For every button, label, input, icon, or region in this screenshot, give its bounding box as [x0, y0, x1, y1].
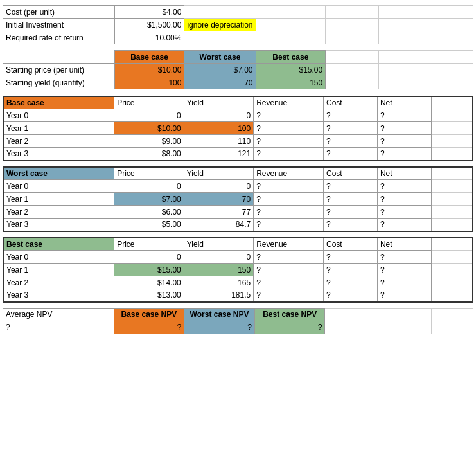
worst-year1-cost[interactable]: ? [324, 193, 378, 206]
best-year0-revenue[interactable]: ? [254, 251, 324, 264]
best-year1-yield[interactable]: 150 [184, 264, 253, 276]
rate-value[interactable]: 10.00% [114, 31, 184, 44]
best-year3-yield[interactable]: 181.5 [184, 289, 253, 302]
worst-year0-price[interactable]: 0 [114, 180, 184, 193]
investment-value[interactable]: $1,500.00 [114, 19, 184, 31]
best-revenue-col-header: Revenue [254, 238, 324, 251]
input-row-cost: Cost (per unit) $4.00 [3, 6, 473, 19]
best-year3-net[interactable]: ? [377, 289, 431, 302]
base-year3-price[interactable]: $8.00 [114, 148, 184, 161]
worst-year3-label: Year 3 [3, 219, 114, 231]
base-year2-revenue[interactable]: ? [254, 135, 324, 148]
best-year2-revenue[interactable]: ? [254, 276, 324, 289]
best-year3-price[interactable]: $13.00 [114, 289, 184, 302]
best-year1-revenue[interactable]: ? [254, 264, 324, 276]
worst-year1-revenue[interactable]: ? [254, 193, 324, 206]
best-year2-net[interactable]: ? [377, 276, 431, 289]
base-year3-label: Year 3 [3, 148, 114, 161]
worst-year2-cost[interactable]: ? [324, 206, 378, 219]
base-year0-cost[interactable]: ? [324, 109, 378, 122]
price-best[interactable]: $15.00 [256, 64, 326, 76]
best-year1-label: Year 1 [3, 264, 114, 276]
worst-year3-yield[interactable]: 84.7 [184, 219, 253, 231]
base-year0-revenue[interactable]: ? [254, 109, 324, 122]
base-year0-yield[interactable]: 0 [184, 109, 253, 122]
base-year3-cost[interactable]: ? [324, 148, 378, 161]
worst-year3-row: Year 3 $5.00 84.7 ? ? ? [3, 219, 473, 231]
best-year0-net[interactable]: ? [377, 251, 431, 264]
best-year0-row: Year 0 0 0 ? ? ? [3, 251, 473, 264]
base-year2-row: Year 2 $9.00 110 ? ? ? [3, 135, 473, 148]
worst-year1-yield[interactable]: 70 [184, 193, 253, 206]
best-year1-net[interactable]: ? [377, 264, 431, 276]
base-year1-cost[interactable]: ? [324, 122, 378, 135]
cost-value[interactable]: $4.00 [114, 6, 184, 19]
base-year1-yield[interactable]: 100 [184, 122, 253, 135]
base-npv-value[interactable]: ? [114, 321, 184, 334]
worst-year0-net[interactable]: ? [377, 180, 431, 193]
base-year3-row: Year 3 $8.00 121 ? ? ? [3, 148, 473, 161]
best-year0-label: Year 0 [3, 251, 114, 264]
best-year3-revenue[interactable]: ? [254, 289, 324, 302]
yield-label: Starting yield (quantity) [3, 76, 115, 89]
average-npv-label: Average NPV [3, 308, 114, 321]
best-year1-cost[interactable]: ? [324, 264, 378, 276]
worst-year2-net[interactable]: ? [377, 206, 431, 219]
worst-year0-cost[interactable]: ? [324, 180, 378, 193]
base-year2-net[interactable]: ? [377, 135, 431, 148]
best-year3-cost[interactable]: ? [324, 289, 378, 302]
best-year0-yield[interactable]: 0 [184, 251, 253, 264]
worst-year0-revenue[interactable]: ? [254, 180, 324, 193]
best-year2-label: Year 2 [3, 276, 114, 289]
base-year2-cost[interactable]: ? [324, 135, 378, 148]
best-year2-cost[interactable]: ? [324, 276, 378, 289]
base-year0-net[interactable]: ? [377, 109, 431, 122]
base-year3-yield[interactable]: 121 [184, 148, 253, 161]
best-year0-cost[interactable]: ? [324, 251, 378, 264]
investment-label: Initial Investment [3, 19, 115, 31]
worst-year1-row: Year 1 $7.00 70 ? ? ? [3, 193, 473, 206]
best-year2-price[interactable]: $14.00 [114, 276, 184, 289]
scenario-header-row: Base case Worst case Best case [3, 51, 473, 64]
worst-net-col-header: Net [377, 167, 431, 180]
scenario-yield-row: Starting yield (quantity) 100 70 150 [3, 76, 473, 89]
worst-year3-revenue[interactable]: ? [254, 219, 324, 231]
base-case-header: Base case [114, 51, 184, 64]
investment-note: ignore depreciation [184, 19, 256, 31]
yield-base[interactable]: 100 [114, 76, 184, 89]
worst-year1-price[interactable]: $7.00 [114, 193, 184, 206]
best-case-title: Best case [3, 238, 114, 251]
worst-year3-cost[interactable]: ? [324, 219, 378, 231]
worst-npv-value[interactable]: ? [184, 321, 255, 334]
worst-year2-price[interactable]: $6.00 [114, 206, 184, 219]
worst-year3-price[interactable]: $5.00 [114, 219, 184, 231]
base-year0-price[interactable]: 0 [114, 109, 184, 122]
best-npv-value[interactable]: ? [254, 321, 325, 334]
base-year1-price[interactable]: $10.00 [114, 122, 184, 135]
best-year0-price[interactable]: 0 [114, 251, 184, 264]
worst-year1-net[interactable]: ? [377, 193, 431, 206]
avg-npv-value[interactable]: ? [3, 321, 114, 334]
price-worst[interactable]: $7.00 [184, 64, 256, 76]
best-year2-yield[interactable]: 165 [184, 276, 253, 289]
yield-best[interactable]: 150 [256, 76, 326, 89]
best-cost-col-header: Cost [324, 238, 378, 251]
base-year3-revenue[interactable]: ? [254, 148, 324, 161]
worst-year2-revenue[interactable]: ? [254, 206, 324, 219]
price-base[interactable]: $10.00 [114, 64, 184, 76]
worst-year0-yield[interactable]: 0 [184, 180, 253, 193]
base-year1-revenue[interactable]: ? [254, 122, 324, 135]
yield-worst[interactable]: 70 [184, 76, 256, 89]
base-year2-label: Year 2 [3, 135, 114, 148]
base-yield-col-header: Yield [184, 96, 253, 109]
base-year3-net[interactable]: ? [377, 148, 431, 161]
cost-label: Cost (per unit) [3, 6, 115, 19]
base-case-title-row: Base case Price Yield Revenue Cost Net [3, 96, 473, 109]
best-year1-price[interactable]: $15.00 [114, 264, 184, 276]
best-price-col-header: Price [114, 238, 184, 251]
base-year2-price[interactable]: $9.00 [114, 135, 184, 148]
base-year1-net[interactable]: ? [377, 122, 431, 135]
worst-year2-yield[interactable]: 77 [184, 206, 253, 219]
base-year2-yield[interactable]: 110 [184, 135, 253, 148]
worst-year3-net[interactable]: ? [377, 219, 431, 231]
